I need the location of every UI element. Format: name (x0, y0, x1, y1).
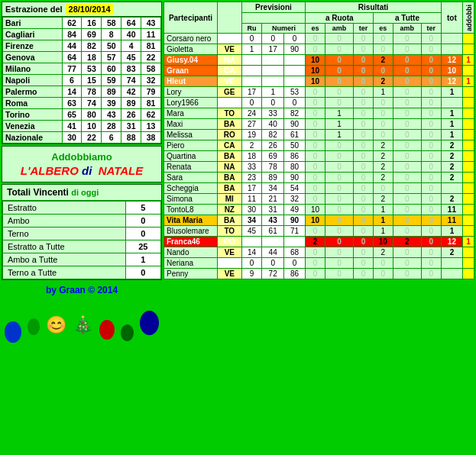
participant-tot: 12 (441, 237, 462, 247)
participant-n2: 17 (262, 44, 283, 55)
participant-n3: 82 (283, 108, 305, 119)
participant-tot: 12 (441, 55, 462, 66)
participant-addobbi (463, 173, 474, 183)
participant-ter-r: 0 (354, 226, 374, 237)
participant-ruota: NA (218, 55, 242, 66)
ruota-name: Genova (3, 52, 63, 63)
participant-amb-r: 0 (325, 194, 353, 205)
participant-n3: 54 (283, 183, 305, 194)
participant-name: TontoL8 (164, 205, 218, 215)
participant-addobbi (463, 247, 474, 258)
ruota-n2: 78 (82, 86, 102, 98)
participant-es-r: 0 (306, 226, 325, 237)
participant-ruota: VE (218, 269, 242, 279)
participant-addobbi (463, 151, 474, 162)
participant-n1: 18 (241, 151, 262, 162)
participant-n3: 80 (283, 162, 305, 173)
participant-n3: 86 (283, 269, 305, 279)
participant-n1: 0 (241, 258, 262, 269)
participant-n1: 1 (241, 44, 262, 55)
subh-amb2: amb (393, 24, 421, 34)
participant-ter-r: 0 (354, 66, 374, 76)
ruota-n4: 31 (121, 121, 141, 132)
ruota-n5: 81 (141, 98, 161, 109)
participant-n3: 61 (283, 130, 305, 140)
participant-name: Penny (164, 269, 218, 279)
col-header-partecipanti: Partecipanti (164, 2, 218, 34)
ruota-n1: 77 (62, 63, 82, 75)
participant-amb-r: 0 (325, 269, 353, 279)
participant-amb-r: 0 (325, 44, 353, 55)
participant-es-t: 1 (374, 215, 393, 226)
subh-numeri: Numeri (262, 24, 306, 34)
participant-name: Mara (164, 108, 218, 119)
participant-amb-t: 0 (393, 130, 421, 140)
participant-tot: 11 (441, 215, 462, 226)
participant-ruota: CA (218, 140, 242, 151)
participant-es-t: 2 (374, 162, 393, 173)
participant-n1: 23 (241, 173, 262, 183)
participant-es-r: 0 (306, 119, 325, 130)
participant-ter-t: 0 (421, 205, 441, 215)
ruota-name: Firenze (3, 40, 63, 52)
participant-es-t: 10 (374, 237, 393, 247)
participant-tot: 2 (441, 151, 462, 162)
participant-n1: 30 (241, 205, 262, 215)
participant-ter-r: 0 (354, 237, 374, 247)
participant-amb-r: 0 (325, 247, 353, 258)
ruota-n2: 69 (82, 29, 102, 40)
participant-amb-t: 0 (393, 194, 421, 205)
participant-n2: 44 (262, 247, 283, 258)
ruota-n3: 50 (102, 40, 121, 52)
participant-es-t: 0 (374, 34, 393, 44)
copyright: by Graan © 2014 (2, 282, 162, 298)
participant-addobbi (463, 119, 474, 130)
participant-addobbi (463, 194, 474, 205)
ruota-n3: 59 (102, 75, 121, 86)
participant-es-t: 1 (374, 87, 393, 98)
ruota-n4: 45 (121, 52, 141, 63)
participant-addobbi: 1 (463, 55, 474, 66)
participant-name: Franca46 (164, 237, 218, 247)
participant-ter-r: 0 (354, 108, 374, 119)
participant-ter-r: 0 (354, 76, 374, 87)
ruota-n4: 89 (121, 98, 141, 109)
participant-es-t: 0 (374, 269, 393, 279)
participant-n3: 90 (283, 173, 305, 183)
participant-es-r: 2 (306, 237, 325, 247)
totali-label: Terno (3, 228, 126, 240)
participant-name: Renata (164, 162, 218, 173)
participant-es-r: 0 (306, 44, 325, 55)
participant-name: Lory (164, 87, 218, 98)
estrazione-label: Estrazione del (5, 5, 63, 14)
ruota-n4: 88 (121, 132, 141, 144)
participant-es-t: 2 (374, 151, 393, 162)
totali-label: Estratto (3, 202, 126, 215)
totali-value: 25 (125, 240, 160, 253)
addobbiamo-box: Addobbiamo L'ALBERO di NATALE (2, 146, 162, 182)
participant-ter-t: 0 (421, 34, 441, 44)
ruota-n4: 83 (121, 63, 141, 75)
participant-amb-r: 0 (325, 258, 353, 269)
participant-amb-r: 0 (325, 151, 353, 162)
participant-n2: 64 (262, 76, 283, 87)
participant-n3: 68 (283, 247, 305, 258)
participant-amb-t: 0 (393, 258, 421, 269)
participant-tot: 1 (441, 130, 462, 140)
ruota-n5: 11 (141, 29, 161, 40)
totali-value: 0 (125, 215, 160, 228)
ruota-n4: 42 (121, 86, 141, 98)
participant-tot (441, 258, 462, 269)
subh-es1: es (306, 24, 325, 34)
participant-n3: 48 (283, 55, 305, 66)
participant-addobbi (463, 226, 474, 237)
ruota-n5: 32 (141, 75, 161, 86)
participant-n3: 90 (283, 44, 305, 55)
col-header-numeri-sub (241, 13, 306, 24)
participant-ter-t: 0 (421, 247, 441, 258)
participant-n1: 24 (241, 66, 262, 76)
participant-n1: 6 (241, 55, 262, 66)
participant-ter-r: 0 (354, 162, 374, 173)
participant-tot (441, 98, 462, 108)
participant-name: Hleut (164, 76, 218, 87)
